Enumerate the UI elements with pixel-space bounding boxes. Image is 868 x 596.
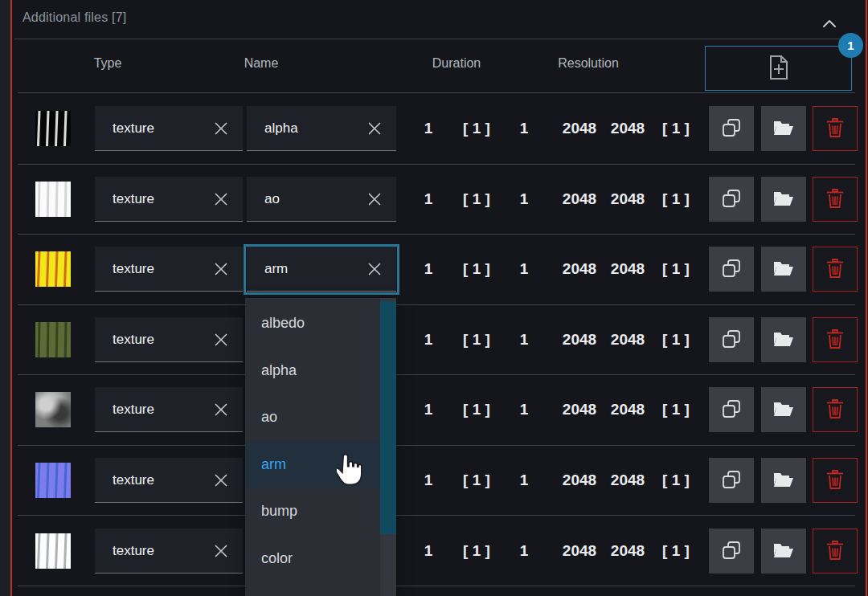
table-row: texture 1 [ 1 ] 1 2048 2048 [ 1 ] [0,445,868,516]
clear-icon[interactable] [212,331,230,349]
delete-button[interactable] [813,458,858,503]
copy-button[interactable] [709,458,754,503]
table-row: texture 1 [ 1 ] 1 2048 2048 [ 1 ] [0,516,868,586]
column-header-duration: Duration [432,56,481,71]
trash-icon [826,259,844,280]
delete-button[interactable] [813,529,858,574]
texture-thumbnail [35,322,71,357]
dropdown-option-albedo[interactable]: albedo [245,300,396,347]
type-select[interactable]: texture [95,458,243,503]
delete-button[interactable] [813,247,858,292]
resolution-range: [ 1 ] [662,331,690,349]
resolution-range: [ 1 ] [662,190,690,208]
name-value: ao [264,191,280,207]
duration-value: 1 [424,542,433,560]
open-folder-button[interactable] [761,529,806,574]
notification-badge: 1 [838,33,863,58]
resolution-height: 2048 [611,401,645,418]
resolution-height: 2048 [611,190,645,208]
clear-icon[interactable] [212,401,230,418]
texture-thumbnail [35,111,71,146]
type-select[interactable]: texture [95,529,243,574]
duration-range: [ 1 ] [463,190,490,208]
type-select[interactable]: texture [95,247,243,292]
resolution-width: 2048 [563,260,596,278]
dropdown-option-ao[interactable]: ao [245,394,396,441]
delete-button[interactable] [813,387,858,432]
duration-step: 1 [520,260,529,278]
type-select[interactable]: texture [95,387,243,432]
open-folder-button[interactable] [761,247,806,292]
type-value: texture [113,261,154,277]
copy-icon [721,188,742,211]
open-folder-button[interactable] [761,106,806,151]
texture-thumbnail [35,392,71,427]
open-folder-button[interactable] [761,177,806,222]
delete-button[interactable] [813,106,858,151]
duration-value: 1 [424,260,433,278]
clear-icon[interactable] [212,542,230,560]
clear-icon[interactable] [212,260,230,278]
resolution-height: 2048 [611,331,645,349]
clear-icon[interactable] [366,260,383,278]
delete-button[interactable] [813,317,858,362]
trash-icon [826,470,844,492]
trash-icon [826,329,844,351]
copy-button[interactable] [709,177,754,222]
dropdown-option-bump[interactable]: bump [245,488,396,535]
open-folder-button[interactable] [761,387,806,432]
duration-value: 1 [424,190,433,208]
row-separator [18,304,855,305]
type-select[interactable]: texture [95,177,243,222]
row-separator [18,374,855,375]
copy-button[interactable] [709,247,754,292]
duration-range: [ 1 ] [463,331,490,349]
texture-thumbnail [35,251,71,287]
texture-thumbnail [35,182,71,217]
open-folder-button[interactable] [761,317,806,362]
resolution-height: 2048 [611,120,645,137]
resolution-width: 2048 [563,331,596,349]
open-folder-button[interactable] [761,458,806,503]
dropdown-scrollbar[interactable] [380,298,396,596]
duration-range: [ 1 ] [463,120,490,137]
chevron-up-icon[interactable] [822,17,837,27]
copy-button[interactable] [709,529,754,574]
name-select[interactable]: alpha [247,106,396,151]
copy-button[interactable] [709,317,754,362]
name-select-focused[interactable]: arm [247,247,396,292]
resolution-range: [ 1 ] [662,260,690,278]
resolution-height: 2048 [611,260,645,278]
row-separator [18,445,855,446]
resolution-range: [ 1 ] [662,401,690,418]
copy-button[interactable] [709,106,754,151]
open-folder-icon [773,330,794,350]
clear-icon[interactable] [366,190,383,208]
copy-icon [721,469,742,492]
clear-icon[interactable] [212,471,230,489]
dropdown-option-alpha[interactable]: alpha [245,347,396,394]
duration-range: [ 1 ] [463,401,490,418]
open-folder-icon [773,471,794,491]
dropdown-option-color[interactable]: color [245,535,396,582]
clear-icon[interactable] [212,120,230,137]
open-folder-icon [773,541,794,561]
delete-button[interactable] [813,177,858,222]
dropdown-list: albedo alpha ao arm bump color [245,300,396,582]
clear-icon[interactable] [212,190,230,208]
table-row: texture alpha 1 [ 1 ] 1 2048 2048 [ 1 ] [0,93,868,164]
copy-icon [721,540,742,563]
add-file-button[interactable] [705,46,852,91]
clear-icon[interactable] [366,120,383,137]
dropdown-scrollbar-thumb[interactable] [380,301,396,534]
texture-thumbnail [35,463,71,498]
type-select[interactable]: texture [95,106,243,151]
column-header-resolution: Resolution [558,56,619,71]
duration-step: 1 [520,331,529,349]
name-select[interactable]: ao [247,177,396,222]
dropdown-option-arm-selected[interactable]: arm [245,441,396,488]
resolution-width: 2048 [563,471,596,489]
duration-range: [ 1 ] [463,260,490,278]
type-select[interactable]: texture [95,317,243,362]
copy-button[interactable] [709,387,754,432]
